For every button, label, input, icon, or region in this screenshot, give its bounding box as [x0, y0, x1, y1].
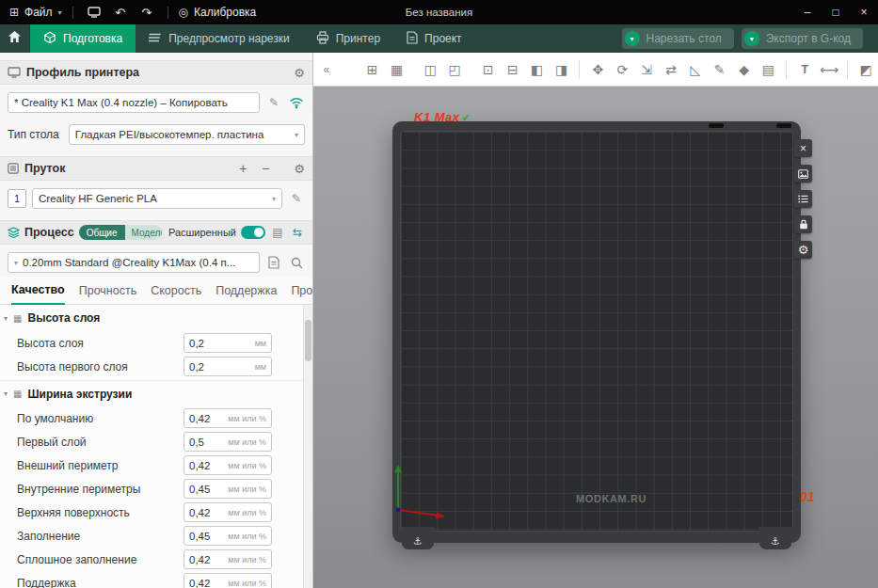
setting-row: Верхняя поверхность 0,42 мм или % — [0, 501, 312, 524]
plate-lock-button[interactable] — [794, 215, 812, 233]
tab-printer[interactable]: Принтер — [303, 24, 393, 53]
lay-flat-icon[interactable]: ◺ — [685, 59, 706, 80]
tab-others[interactable]: Прочее — [291, 284, 313, 304]
build-plate[interactable]: ⚓ ⚓ — [392, 121, 801, 543]
variable-layer-icon[interactable]: ▤ — [758, 59, 779, 80]
first-layer-height-input[interactable]: 0,2 мм — [184, 357, 272, 376]
redo-icon[interactable]: ↷ — [136, 0, 157, 24]
tab-slice-preview[interactable]: Предпросмотр нарезки — [136, 24, 303, 53]
setting-value: 0,2 — [189, 338, 255, 349]
infill-width-input[interactable]: 0,45 мм или % — [184, 526, 272, 546]
setting-value: 0,42 — [189, 507, 228, 518]
slice-plate-button[interactable]: ▾ Нарезать стол — [622, 28, 734, 49]
arrange-plate-icon[interactable]: ◰ — [444, 59, 465, 80]
printer-settings-gear-icon[interactable]: ⚙ — [294, 66, 305, 80]
edit-printer-icon[interactable]: ✎ — [265, 94, 282, 111]
filament-select[interactable]: Creality HF Generic PLA ▾ — [32, 188, 282, 209]
measure-icon[interactable]: ⟷ — [819, 59, 839, 80]
scale-icon[interactable]: ⇲ — [636, 59, 657, 80]
remove-filament-button[interactable]: − — [258, 161, 273, 176]
file-menu-caret-icon[interactable]: ▾ — [58, 8, 62, 17]
print-file-icon[interactable] — [84, 0, 104, 24]
preset-detail-icon[interactable] — [265, 254, 282, 271]
copy-icon[interactable]: ⊡ — [478, 59, 499, 80]
paint-support-icon[interactable]: ✎ — [710, 59, 730, 80]
tab-speed[interactable]: Скорость — [151, 284, 201, 304]
default-width-input[interactable]: 0,42 мм или % — [184, 408, 272, 428]
plate-clip-right: ⚓ — [759, 527, 791, 549]
process-preset-select[interactable]: ▾ 0.20mm Standard @Creality K1Max (0.4 п… — [8, 252, 260, 273]
add-primitive-icon[interactable]: ▦ — [387, 59, 407, 80]
mode-objects[interactable]: Модели — [125, 225, 162, 240]
close-button[interactable]: × — [850, 0, 878, 24]
slice-dropdown-icon[interactable]: ▾ — [625, 31, 640, 46]
inner-wall-width-input[interactable]: 0,45 мм или % — [184, 479, 272, 499]
mode-global[interactable]: Общие — [79, 225, 125, 240]
viewport-3d[interactable]: ⚓ ⚓ K1 Max✔ MODKAM.RU 01 × — [313, 87, 878, 588]
text-tool-icon[interactable]: T — [794, 59, 815, 80]
group-extrusion-width[interactable]: ▾ ▦ Ширина экструзии — [0, 380, 312, 406]
tab-prepare[interactable]: Подготовка — [30, 24, 136, 53]
process-mode-toggle[interactable]: Общие Модели — [79, 225, 162, 240]
undo-icon[interactable]: ↶ — [110, 0, 131, 24]
assembly-icon[interactable]: ◩ — [855, 59, 876, 80]
outer-wall-width-input[interactable]: 0,42 мм или % — [184, 455, 272, 475]
add-model-icon[interactable]: ⊞ — [362, 59, 383, 80]
export-gcode-button[interactable]: ▾ Экспорт в G-код — [742, 28, 863, 49]
tab-support[interactable]: Поддержка — [216, 284, 277, 304]
file-menu[interactable]: Файл — [24, 6, 53, 19]
bed-type-label: Тип стола — [8, 128, 63, 141]
filament-header: Пруток + − ⚙ — [0, 156, 312, 181]
filament-settings-gear-icon[interactable]: ⚙ — [294, 162, 305, 176]
preset-list-icon[interactable]: ▤ — [270, 224, 285, 241]
calibration-menu[interactable]: Калибровка — [194, 6, 256, 19]
setting-value: 0,42 — [189, 460, 228, 471]
layer-height-input[interactable]: 0,2 мм — [184, 333, 272, 353]
advanced-toggle[interactable] — [241, 226, 265, 239]
compare-presets-icon[interactable]: ⇆ — [290, 224, 305, 241]
apps-icon: ⊞ — [9, 6, 19, 19]
setting-unit: мм или % — [228, 579, 266, 588]
edit-filament-icon[interactable]: ✎ — [288, 190, 305, 207]
process-preset-row: ▾ 0.20mm Standard @Creality K1Max (0.4 п… — [0, 245, 312, 277]
home-button[interactable] — [0, 24, 30, 53]
add-filament-button[interactable]: + — [235, 161, 250, 176]
move-icon[interactable]: ✥ — [587, 59, 608, 80]
plate-close-button[interactable]: × — [794, 139, 812, 157]
mirror-icon[interactable]: ⇄ — [661, 59, 681, 80]
plate-settings-button[interactable]: ⚙ — [794, 241, 812, 259]
support-width-input[interactable]: 0,42 мм или % — [184, 573, 272, 588]
lock-icon — [799, 219, 808, 230]
calibration-icon[interactable]: ◎ — [179, 6, 188, 19]
tab-project[interactable]: Проект — [393, 24, 475, 53]
paste-icon[interactable]: ⊟ — [503, 59, 523, 80]
first-layer-width-input[interactable]: 0,5 мм или % — [184, 432, 272, 452]
rotate-icon[interactable]: ⟳ — [612, 59, 632, 80]
collapse-sidebar-button[interactable]: « — [319, 59, 334, 80]
printer-select-row: * Creality K1 Max (0.4 nozzle) – Копиров… — [0, 85, 312, 117]
bed-type-select[interactable]: Гладкая PEI/высокотемпер. пластина ▾ — [69, 124, 305, 145]
settings-scrollbar[interactable] — [303, 305, 312, 588]
export-dropdown-icon[interactable]: ▾ — [744, 31, 759, 46]
search-icon[interactable] — [288, 254, 305, 271]
plate-list-button[interactable] — [794, 190, 812, 208]
document-title: Без названия — [406, 0, 472, 24]
printer-select[interactable]: * Creality K1 Max (0.4 nozzle) – Копиров… — [8, 92, 260, 113]
group-layer-height[interactable]: ▾ ▦ Высота слоя — [0, 305, 312, 331]
printer-select-value: * Creality K1 Max (0.4 nozzle) – Копиров… — [14, 97, 253, 108]
split-parts-icon[interactable]: ◨ — [551, 59, 572, 80]
chevron-down-icon: ▾ — [14, 259, 18, 267]
solid-infill-width-input[interactable]: 0,42 мм или % — [184, 549, 272, 569]
wifi-icon[interactable] — [288, 94, 305, 111]
maximize-button[interactable]: □ — [822, 0, 850, 24]
seam-icon[interactable]: ◆ — [734, 59, 755, 80]
scrollbar-thumb[interactable] — [305, 320, 311, 361]
top-surface-width-input[interactable]: 0,42 мм или % — [184, 502, 272, 522]
tab-quality[interactable]: Качество — [11, 283, 65, 305]
arrange-icon[interactable]: ◫ — [420, 59, 440, 80]
plate-image-button[interactable] — [794, 165, 812, 183]
tab-strength[interactable]: Прочность — [79, 284, 136, 304]
chevron-down-icon: ▾ — [272, 195, 276, 203]
split-objects-icon[interactable]: ◧ — [527, 59, 548, 80]
minimize-button[interactable]: – — [793, 0, 822, 24]
